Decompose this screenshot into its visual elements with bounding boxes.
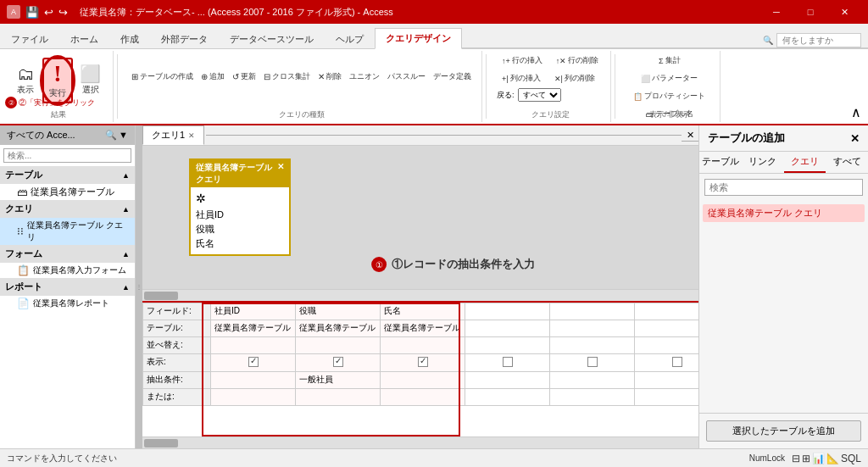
show-checkbox-1[interactable] (333, 357, 343, 367)
tab-db-tools[interactable]: データベースツール (219, 29, 325, 49)
upper-h-scrollbar[interactable] (142, 289, 698, 301)
grid-cell-show-4[interactable] (550, 354, 635, 372)
pivot-chart-view-btn[interactable]: 📊 (812, 453, 825, 464)
grid-cell-or-1[interactable] (296, 389, 381, 406)
tab-home[interactable]: ホーム (59, 29, 109, 49)
grid-cell-criteria-3[interactable] (465, 372, 550, 389)
lower-h-scrollbar[interactable] (142, 436, 698, 448)
show-checkbox-2[interactable] (418, 357, 428, 367)
panel-tab-link[interactable]: リンク (742, 152, 784, 173)
grid-cell-sort-1[interactable] (296, 337, 381, 354)
quick-access-undo[interactable]: ↩ (44, 6, 53, 19)
update-button[interactable]: ↺ 更新 (229, 69, 259, 84)
close-button[interactable]: ✕ (827, 0, 861, 24)
nav-search-input[interactable] (3, 148, 131, 163)
grid-cell-criteria-0[interactable] (211, 372, 296, 389)
panel-tab-all[interactable]: すべて (826, 152, 868, 173)
grid-cell-show-2[interactable] (381, 354, 465, 372)
panel-search-input[interactable] (704, 179, 863, 196)
maximize-button[interactable]: □ (793, 0, 827, 24)
tab-create[interactable]: 作成 (109, 29, 150, 49)
nav-section-tables-header[interactable]: テーブル ▲ (0, 166, 135, 184)
nav-resize-handle[interactable]: ⋮ (136, 125, 142, 448)
delete-col-button[interactable]: ✕| 列の削除 (549, 70, 600, 86)
panel-list-item-0[interactable]: 従業員名簿テーブル クエリ (703, 204, 865, 222)
grid-cell-show-0[interactable] (211, 354, 296, 372)
nav-item-employee-table[interactable]: 🗃 従業員名簿テーブル (0, 184, 135, 200)
append-button[interactable]: ⊕ 追加 (198, 69, 228, 84)
grid-cell-table-2[interactable]: 従業員名簿テーブル (381, 320, 465, 337)
tab-help[interactable]: ヘルプ (325, 29, 375, 49)
grid-cell-criteria-2[interactable] (381, 372, 465, 389)
select-button[interactable]: ⬜ 選択 (75, 63, 106, 98)
grid-cell-sort-4[interactable] (550, 337, 635, 354)
insert-col-button[interactable]: +| 列の挿入 (497, 70, 546, 86)
grid-cell-field-5[interactable] (635, 303, 699, 320)
grid-cell-field-1[interactable]: 役職 (296, 303, 381, 320)
grid-cell-table-1[interactable]: 従業員名簿テーブル (296, 320, 381, 337)
query-upper-area[interactable]: 従業員名簿テーブル クエリ ✕ ✲ 社員ID 役職 氏名 ① ①レコードの抽出条… (142, 146, 698, 289)
data-def-button[interactable]: データ定義 (430, 69, 475, 84)
property-sheet-button[interactable]: 📋 プロパティシート (628, 88, 710, 104)
quick-access-save[interactable]: 💾 (25, 6, 39, 19)
minimize-button[interactable]: ─ (760, 0, 793, 24)
grid-cell-or-2[interactable] (381, 389, 465, 406)
ribbon-collapse-button[interactable]: ∧ (848, 51, 865, 122)
grid-cell-table-0[interactable]: 従業員名簿テーブル (211, 320, 296, 337)
nav-menu-icon[interactable]: ▼ (119, 130, 128, 141)
union-button[interactable]: ユニオン (346, 69, 383, 84)
tab-external-data[interactable]: 外部データ (150, 29, 219, 49)
make-table-button[interactable]: ⊞ テーブルの作成 (128, 69, 197, 84)
grid-cell-sort-3[interactable] (465, 337, 550, 354)
grid-cell-criteria-1[interactable]: 一般社員 (296, 372, 381, 389)
design-view-btn[interactable]: 📐 (826, 453, 839, 464)
params-button[interactable]: ⬜ パラメーター (628, 70, 710, 86)
return-select[interactable]: すべて (518, 88, 561, 102)
grid-cell-or-0[interactable] (211, 389, 296, 406)
grid-cell-field-2[interactable]: 氏名 (381, 303, 465, 320)
nav-search-icon[interactable]: 🔍 (105, 130, 117, 141)
tab-file[interactable]: ファイル (0, 29, 59, 49)
grid-cell-field-0[interactable]: 社員ID (211, 303, 296, 320)
show-checkbox-0[interactable] (248, 357, 259, 367)
grid-cell-sort-2[interactable] (381, 337, 465, 354)
grid-cell-show-3[interactable] (465, 354, 550, 372)
query-tab-close[interactable]: ✕ (188, 131, 195, 140)
show-checkbox-3[interactable] (503, 357, 513, 367)
query-tab-1[interactable]: クエリ1 ✕ (142, 125, 204, 145)
show-checkbox-4[interactable] (587, 357, 598, 367)
grid-cell-table-3[interactable] (465, 320, 550, 337)
view-button[interactable]: 🗂 表示 (10, 63, 41, 98)
nav-section-forms-header[interactable]: フォーム ▲ (0, 245, 135, 263)
pivot-table-view-btn[interactable]: ⊞ (802, 453, 810, 464)
grid-cell-sort-5[interactable] (635, 337, 699, 354)
grid-cell-or-3[interactable] (465, 389, 550, 406)
panel-tab-query[interactable]: クエリ (784, 152, 826, 173)
nav-item-employee-query[interactable]: ⁝⁝ 従業員名簿テーブル クエリ (0, 218, 135, 245)
grid-cell-show-5[interactable] (635, 354, 699, 372)
aggregate-button[interactable]: Σ 集計 (628, 53, 710, 69)
grid-cell-field-4[interactable] (550, 303, 635, 320)
grid-cell-table-4[interactable] (550, 320, 635, 337)
nav-item-employee-report[interactable]: 📄 従業員名簿レポート (0, 296, 135, 311)
insert-row-button[interactable]: ↑+ 行の挿入 (497, 53, 548, 69)
sql-view-btn[interactable]: SQL (841, 453, 861, 464)
ribbon-search-input[interactable] (776, 33, 861, 47)
panel-tab-table[interactable]: テーブル (699, 152, 742, 173)
panel-close-icon[interactable]: ✕ (850, 132, 860, 145)
nav-item-employee-form[interactable]: 📋 従業員名簿入力フォーム (0, 263, 135, 278)
grid-cell-criteria-5[interactable] (635, 372, 699, 389)
grid-cell-field-3[interactable] (465, 303, 550, 320)
delete-row-button[interactable]: ↑✕ 行の削除 (551, 53, 604, 69)
upper-scroll-thumb[interactable] (144, 292, 178, 300)
grid-cell-criteria-4[interactable] (550, 372, 635, 389)
query-table-box[interactable]: 従業員名簿テーブル クエリ ✕ ✲ 社員ID 役職 氏名 (189, 158, 291, 256)
passthrough-button[interactable]: パススルー (384, 69, 429, 84)
nav-section-queries-header[interactable]: クエリ ▲ (0, 200, 135, 218)
lower-scroll-thumb[interactable] (144, 439, 178, 448)
grid-cell-table-5[interactable] (635, 320, 699, 337)
datasheet-view-btn[interactable]: ⊟ (792, 453, 800, 464)
nav-section-reports-header[interactable]: レポート ▲ (0, 278, 135, 296)
crosstab-button[interactable]: ⊟ クロス集計 (260, 69, 314, 84)
delete-button[interactable]: ✕ 削除 (314, 69, 345, 84)
